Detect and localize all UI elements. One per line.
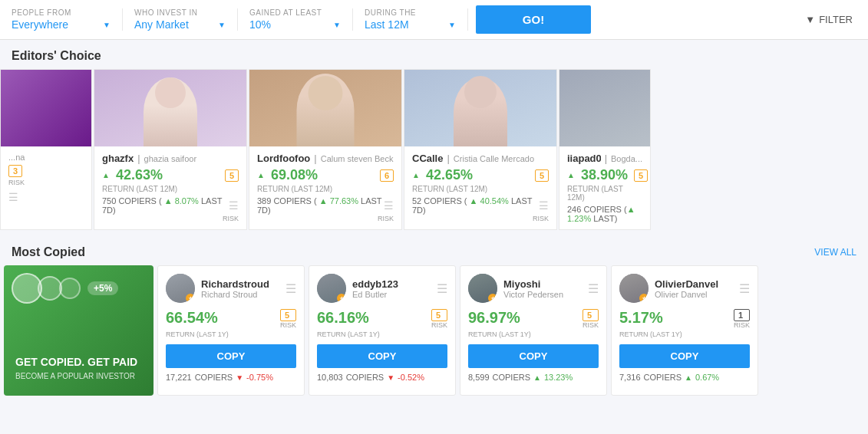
most-copied-cards-list: +5% GET COPIED. GET PAID BECOME A POPULA… [0, 265, 868, 403]
risk-badge-richardstroud: 5 [280, 309, 296, 321]
editor-card-ghazfx[interactable]: ghazfx | ghazia saifoor ▲ 42.63% 5 RETUR… [94, 69, 247, 230]
filter-icon: ▼ [805, 14, 815, 25]
promo-badge: +5% [87, 281, 118, 295]
return-label-lordfoofoo: RETURN (LAST 12M) [257, 185, 394, 193]
trader-card-richardstroud: ★ Richardstroud Richard Stroud ☰ 66.54% … [157, 265, 305, 396]
trader-header-eddyb123: ★ eddyb123 Ed Butler ☰ [317, 274, 447, 303]
return-value-richardstroud: 66.54% [166, 309, 280, 327]
trader-header-miyoshi: ★ Miyoshi Victor Pedersen ☰ [468, 274, 599, 303]
copiers-eddyb123: 10,803 COPIERS ▼ -0.52% [317, 373, 447, 382]
avatar-richardstroud: ★ [166, 274, 195, 303]
return-row-eddyb123: 66.16% 5 RISK [317, 309, 447, 329]
menu-icon[interactable]: ☰ [8, 191, 18, 203]
filter-people-from[interactable]: PEOPLE FROM Everywhere ▼ [8, 8, 123, 31]
editor-username-ccalle: CCalle [412, 153, 443, 164]
return-label-ghazfx: RETURN (LAST 12M) [102, 185, 239, 193]
copiers-miyoshi: 8,599 COPIERS ▲ 13.23% [468, 373, 599, 382]
trader-fullname-richardstroud: Richard Stroud [201, 290, 269, 299]
filter-label-who-invest-in: WHO INVEST IN [134, 8, 226, 17]
chevron-down-icon: ▼ [103, 21, 111, 29]
return-value-olivierdanvel: 5.17% [619, 309, 734, 327]
editor-return-lordfoofoo: 69.08% [271, 167, 318, 183]
filter-button[interactable]: ▼ FILTER [797, 14, 860, 25]
editors-choice-title: Editors' Choice [0, 40, 868, 69]
trader-username-eddyb123: eddyb123 [352, 278, 398, 290]
risk-badge-lordfoofoo: 6 [380, 169, 394, 182]
avatar-miyoshi: ★ [468, 274, 497, 303]
return-label-richardstroud: RETURN (LAST 1Y) [166, 330, 296, 338]
editors-choice-list: ...na 3 RISK ☰ ghazfx | ghazia saif [0, 69, 868, 234]
popular-star-icon: ★ [488, 294, 497, 303]
copiers-lordfoofoo: 389 COPIERS ( ▲ 77.63% LAST 7D) [257, 196, 384, 215]
trader-header-olivierdanvel: ★ OlivierDanvel Olivier Danvel ☰ [619, 274, 750, 303]
risk-badge-ghazfx: 5 [225, 169, 239, 182]
risk-badge-ccalle: 5 [535, 169, 549, 182]
trader-card-olivierdanvel: ★ OlivierDanvel Olivier Danvel ☰ 5.17% 1… [611, 265, 758, 396]
down-arrow-icon: ▼ [387, 373, 394, 382]
filter-label-during-the: DURING THE [365, 8, 456, 17]
editor-username-lordfoofoo: Lordfoofoo [257, 153, 310, 164]
editor-card-ccalle[interactable]: CCalle | Cristia Calle Mercado ▲ 42.65% … [404, 69, 557, 230]
copy-button-richardstroud[interactable]: COPY [166, 344, 296, 368]
most-copied-header: Most Copied VIEW ALL [0, 234, 868, 265]
up-arrow-icon: ▲ [533, 373, 541, 382]
copy-button-eddyb123[interactable]: COPY [317, 344, 447, 368]
risk-badge-iiapad0ks: 5 [634, 169, 648, 182]
filter-value-people-from[interactable]: Everywhere ▼ [12, 18, 111, 31]
most-copied-section: Most Copied VIEW ALL +5% GET COPIED. GET… [0, 234, 868, 403]
return-label-olivierdanvel: RETURN (LAST 1Y) [619, 330, 750, 338]
copy-button-miyoshi[interactable]: COPY [468, 344, 599, 368]
filter-label-people-from: PEOPLE FROM [12, 8, 111, 17]
trader-username-richardstroud: Richardstroud [201, 278, 269, 290]
filter-value-during-the[interactable]: Last 12M ▼ [365, 18, 456, 31]
return-row-richardstroud: 66.54% 5 RISK [166, 309, 296, 329]
trader-card-eddyb123: ★ eddyb123 Ed Butler ☰ 66.16% 5 RISK RET… [309, 265, 456, 396]
return-row-olivierdanvel: 5.17% 1 RISK [619, 309, 750, 329]
editors-choice-section: Editors' Choice ...na 3 RISK ☰ [0, 40, 868, 234]
editor-fullname-ghazfx: ghazia saifoor [144, 154, 197, 163]
popular-star-icon: ★ [337, 294, 346, 303]
view-all-link[interactable]: VIEW ALL [814, 247, 856, 258]
menu-icon-miyoshi[interactable]: ☰ [588, 281, 599, 296]
filter-label-gained-at-least: GAINED AT LEAST [249, 8, 341, 17]
avatar-eddyb123: ★ [317, 274, 346, 303]
return-label-eddyb123: RETURN (LAST 1Y) [317, 330, 447, 338]
return-label-ccalle: RETURN (LAST 12M) [412, 185, 549, 193]
menu-icon-eddyb123[interactable]: ☰ [437, 281, 447, 296]
copiers-ghazfx: 750 COPIERS ( ▲ 8.07% LAST 7D) [102, 196, 229, 215]
popular-star-icon: ★ [186, 294, 195, 303]
filter-value-who-invest-in[interactable]: Any Market ▼ [134, 18, 226, 31]
editor-card-partial-left[interactable]: ...na 3 RISK ☰ [0, 69, 92, 230]
avatar-olivierdanvel: ★ [619, 274, 649, 303]
return-row-miyoshi: 96.97% 5 RISK [468, 309, 599, 329]
chevron-down-icon: ▼ [448, 21, 456, 29]
trader-username-olivierdanvel: OlivierDanvel [655, 278, 718, 290]
promo-card[interactable]: +5% GET COPIED. GET PAID BECOME A POPULA… [4, 265, 153, 396]
risk-badge-olivierdanvel: 1 [734, 309, 750, 321]
trader-fullname-miyoshi: Victor Pedersen [503, 290, 563, 299]
copiers-ccalle: 52 COPIERS ( ▲ 40.54% LAST 7D) [412, 196, 539, 215]
filter-value-gained-at-least[interactable]: 10% ▼ [249, 18, 341, 31]
menu-icon-ghazfx[interactable]: ☰ [229, 199, 239, 212]
promo-subtitle: BECOME A POPULAR INVESTOR [15, 372, 142, 380]
trader-header-richardstroud: ★ Richardstroud Richard Stroud ☰ [166, 274, 296, 303]
menu-icon-richardstroud[interactable]: ☰ [285, 281, 296, 296]
return-value-miyoshi: 96.97% [468, 309, 583, 327]
menu-icon-olivierdanvel[interactable]: ☰ [739, 281, 750, 296]
go-button[interactable]: GO! [476, 5, 591, 34]
editor-fullname-ccalle: Cristia Calle Mercado [454, 154, 534, 163]
promo-title: GET COPIED. GET PAID [15, 355, 142, 369]
editor-card-lordfoofoo[interactable]: Lordfoofoo | Calum steven Beck ▲ 69.08% … [249, 69, 402, 230]
editor-username-ghazfx: ghazfx [102, 153, 134, 164]
filter-gained-at-least[interactable]: GAINED AT LEAST 10% ▼ [238, 8, 353, 31]
editor-card-iiapad0ks[interactable]: iiapad0ks | Bogda... ▲ 38.90% 5 RETURN (… [559, 69, 651, 230]
menu-icon-lordfoofoo[interactable]: ☰ [384, 199, 394, 212]
menu-icon-ccalle[interactable]: ☰ [539, 199, 549, 212]
trader-fullname-olivierdanvel: Olivier Danvel [655, 290, 718, 299]
editor-return-iiapad0ks: 38.90% [581, 167, 628, 183]
filter-during-the[interactable]: DURING THE Last 12M ▼ [353, 8, 468, 31]
return-value-eddyb123: 66.16% [317, 309, 431, 327]
editor-username-iiapad0ks: iiapad0ks [567, 153, 601, 164]
copy-button-olivierdanvel[interactable]: COPY [619, 344, 750, 368]
filter-who-invest-in[interactable]: WHO INVEST IN Any Market ▼ [123, 8, 238, 31]
